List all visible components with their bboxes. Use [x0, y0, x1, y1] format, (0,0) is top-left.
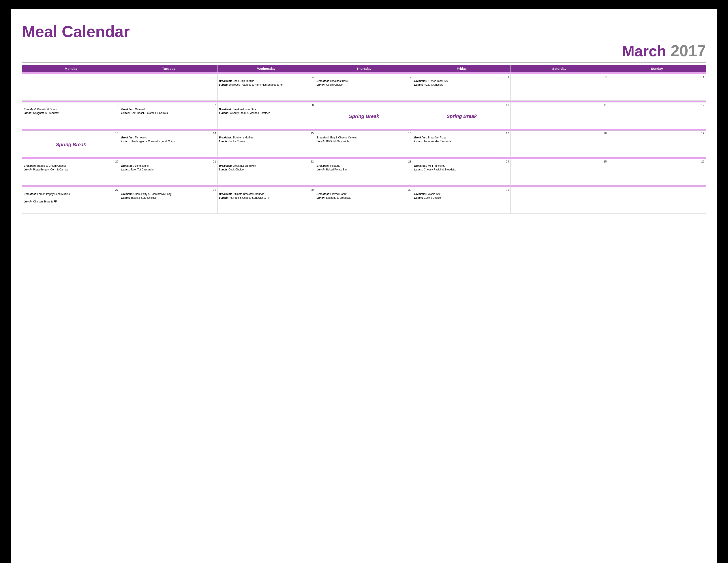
separator-cell [413, 72, 510, 74]
meal-content: Breakfast: TurnoversLunch: Hamburger or … [121, 136, 216, 143]
separator-cell [120, 185, 218, 187]
day-cell: 4 [510, 74, 608, 101]
separator-cell [413, 101, 510, 102]
day-number: 13 [24, 132, 118, 135]
separator-cell [120, 157, 218, 159]
day-cell: 14Breakfast: TurnoversLunch: Hamburger o… [120, 131, 218, 157]
day-cell: 12 [608, 102, 706, 129]
separator-cell [413, 185, 510, 187]
day-cell: 15Breakfast: Blueberry MuffinsLunch: Coo… [218, 131, 315, 157]
day-number: 23 [317, 160, 411, 163]
bottom-divider [22, 62, 706, 62]
day-cell: 9Spring Break [315, 102, 413, 129]
meal-content: Breakfast: Breakfast SandwichLunch: Cook… [219, 164, 314, 171]
separator-cell [608, 101, 706, 102]
header-row: MondayTuesdayWednesdayThursdayFridaySatu… [22, 65, 706, 72]
day-number: 25 [512, 160, 607, 163]
week-row-3: 20Breakfast: Bagels & Cream CheeseLunch:… [22, 159, 706, 185]
week-row-2: 13Spring Break14Breakfast: TurnoversLunc… [22, 131, 706, 157]
meal-content: Breakfast: PoptartsLunch: Baked Potato B… [317, 164, 411, 171]
column-header-saturday: Saturday [510, 65, 608, 72]
day-cell: 27Breakfast: Lemon Poppy Seed MuffinsLun… [22, 187, 120, 214]
day-number: 5 [610, 75, 704, 78]
page-title: Meal Calendar [22, 23, 706, 41]
separator-cell [608, 185, 706, 187]
day-cell: 26 [608, 159, 706, 185]
week-row-0: 1Breakfast: Choc Chip MuffinsLunch: Scal… [22, 74, 706, 101]
week-separator-1 [22, 101, 706, 102]
page: Meal Calendar March 2017 MondayTuesdayWe… [11, 9, 717, 563]
day-number: 19 [610, 132, 704, 135]
week-row-1: 6Breakfast: Biscuits & GravyLunch: Spagh… [22, 102, 706, 129]
separator-cell [510, 129, 608, 131]
day-number: 26 [610, 160, 704, 163]
separator-cell [510, 185, 608, 187]
year-label: 2017 [671, 42, 706, 60]
week-row-4: 27Breakfast: Lemon Poppy Seed MuffinsLun… [22, 187, 706, 214]
day-cell: 2Breakfast: Breakfast BarsLunch: Cooks C… [315, 74, 413, 101]
day-number: 28 [121, 188, 216, 191]
week-separator-4 [22, 185, 706, 187]
separator-cell [22, 129, 120, 131]
separator-cell [608, 129, 706, 131]
meal-content: Breakfast: Bagels & Cream CheeseLunch: P… [24, 164, 118, 171]
separator-cell [22, 72, 120, 74]
separator-cell [315, 72, 413, 74]
meal-content: Breakfast: Blueberry MuffinsLunch: Cooks… [219, 136, 314, 143]
month-label: March [622, 42, 666, 60]
day-cell: 23Breakfast: PoptartsLunch: Baked Potato… [315, 159, 413, 185]
day-cell: 10Spring Break [413, 102, 510, 129]
meal-content: Breakfast: Choc Chip MuffinsLunch: Scall… [219, 79, 314, 87]
day-number: 20 [24, 160, 118, 163]
day-number: 11 [512, 103, 607, 107]
week-separator-2 [22, 129, 706, 131]
separator-cell [413, 129, 510, 131]
separator-cell [608, 72, 706, 74]
meal-content: Breakfast: OatmealLunch: Beef Roast, Pot… [121, 107, 216, 115]
column-header-tuesday: Tuesday [120, 65, 218, 72]
day-cell: 6Breakfast: Biscuits & GravyLunch: Spagh… [22, 102, 120, 129]
separator-cell [22, 185, 120, 187]
day-cell: 30Breakfast: Glazed DonutLunch: Lasagna … [315, 187, 413, 214]
day-number: 15 [219, 132, 314, 135]
day-cell: 19 [608, 131, 706, 157]
meal-content: Breakfast: Waffle StixLunch: Cook's Choi… [414, 192, 509, 200]
day-number: 18 [512, 132, 607, 135]
day-cell: 17Breakfast: Breakfast PizzaLunch: Tuna … [413, 131, 510, 157]
day-number: 12 [610, 103, 704, 107]
day-number: 10 [414, 103, 509, 107]
day-cell: 8Breakfast: Breakfast on a StickLunch: S… [218, 102, 315, 129]
day-number: 8 [219, 103, 314, 107]
day-cell: 22Breakfast: Breakfast SandwichLunch: Co… [218, 159, 315, 185]
day-cell: 13Spring Break [22, 131, 120, 157]
separator-cell [218, 157, 315, 159]
separator-cell [218, 101, 315, 102]
month-year-row: March 2017 [22, 42, 706, 60]
spring-break-label: Spring Break [414, 107, 509, 125]
day-cell: 16Breakfast: Egg & Cheese OmeletLunch: B… [315, 131, 413, 157]
day-number: 9 [317, 103, 411, 107]
day-number: 3 [414, 75, 509, 78]
column-header-wednesday: Wednesday [218, 65, 315, 72]
meal-content: Breakfast: Ham Patty & Hash brown PattyL… [121, 192, 216, 200]
separator-cell [218, 72, 315, 74]
meal-content: Breakfast: Biscuits & GravyLunch: Spaghe… [24, 107, 118, 115]
column-header-sunday: Sunday [608, 65, 706, 72]
spring-break-label: Spring Break [24, 136, 118, 153]
top-divider [22, 18, 706, 18]
week-separator-0 [22, 72, 706, 74]
separator-cell [22, 101, 120, 102]
day-cell: 28Breakfast: Ham Patty & Hash brown Patt… [120, 187, 218, 214]
separator-cell [510, 101, 608, 102]
separator-cell [120, 129, 218, 131]
day-number: 31 [414, 188, 509, 191]
separator-cell [218, 185, 315, 187]
day-number: 16 [317, 132, 411, 135]
meal-content: Breakfast: Mini PancakesLunch: Cheesy Ra… [414, 164, 509, 171]
day-number: 4 [512, 75, 607, 78]
day-cell: 29Breakfast: Ultimate Breakfast RoundsLu… [218, 187, 315, 214]
separator-cell [22, 157, 120, 159]
day-cell: 31Breakfast: Waffle StixLunch: Cook's Ch… [413, 187, 510, 214]
separator-cell [120, 72, 218, 74]
day-number: 7 [121, 103, 216, 107]
